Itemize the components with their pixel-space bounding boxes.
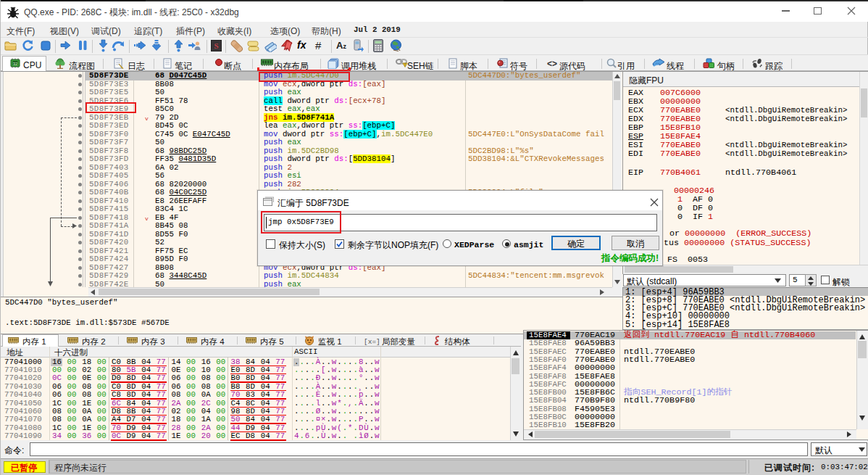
svg-text:!: ! (404, 62, 405, 67)
svg-text:S: S (214, 41, 218, 50)
svg-text:32: 32 (13, 62, 18, 66)
